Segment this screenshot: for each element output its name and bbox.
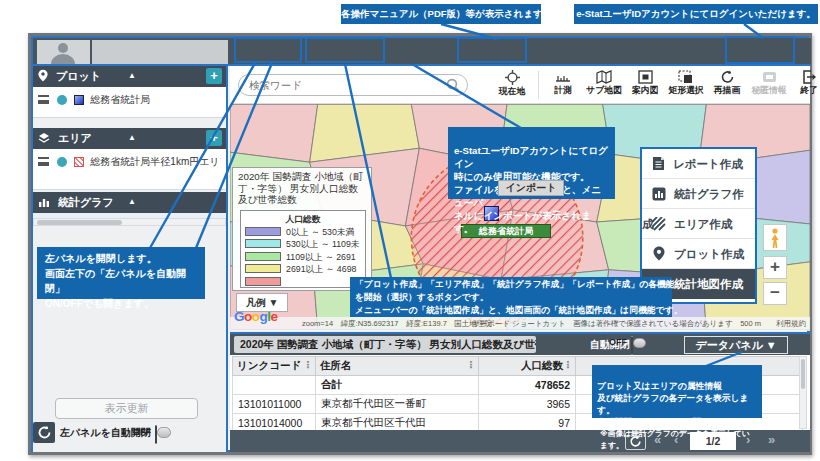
annotation-data-panel-note: ※画像は統計グラフのデータを表示しています。 — [597, 428, 757, 452]
column-menu-icon[interactable]: ⋮ — [563, 359, 573, 370]
redraw-button[interactable]: 再描画 — [708, 70, 746, 97]
annotation-estat: e-StatユーザIDアカウントにてログイン 時にのみ使用可能な機能です。 ファ… — [448, 127, 615, 199]
drag-handle-icon[interactable] — [38, 95, 49, 104]
pin-icon — [653, 246, 665, 261]
layers-icon — [38, 132, 50, 144]
left-panel-auto-toggle[interactable]: OFF — [155, 425, 157, 444]
avatar[interactable] — [37, 40, 90, 64]
add-area-button[interactable]: + — [206, 130, 222, 146]
area-list: 総務省統計局半径1km円エリア — [33, 149, 226, 190]
rect-select-button[interactable]: 矩形選択 — [666, 70, 706, 97]
area-section-header[interactable]: エリア ▲ + — [33, 128, 226, 149]
legend-row — [245, 276, 361, 289]
legend-header: 人口総数 — [245, 213, 361, 226]
secret-info-button: 秘匿情報 — [748, 70, 790, 97]
current-location-button[interactable]: 現在地 — [492, 70, 532, 98]
hatch-area-icon — [652, 217, 666, 231]
exit-button[interactable]: 終了 — [792, 70, 820, 97]
menu-item-plot[interactable]: プロット作成 — [642, 239, 755, 269]
sidebar-hscrollbar[interactable] — [33, 218, 226, 226]
legend-row: 1109以上 ～ 2691未満 — [245, 251, 361, 264]
exit-icon — [802, 70, 817, 84]
graph-section-header[interactable]: 統計グラフ ▲ — [33, 192, 226, 213]
plot-symbol-icon — [74, 95, 84, 105]
legend-swatch — [245, 264, 281, 273]
crosshair-icon — [505, 70, 520, 85]
bar-chart-icon — [652, 187, 666, 201]
col-address[interactable]: 住所名⋮ — [316, 357, 479, 376]
column-menu-icon[interactable]: ⋮ — [466, 359, 476, 370]
plot-list: 総務省統計局 — [33, 87, 226, 118]
legend-swatch — [245, 277, 281, 286]
person-icon — [37, 40, 90, 64]
search-icon[interactable] — [446, 78, 460, 92]
guide-map-icon — [638, 70, 653, 84]
submap-icon — [596, 70, 612, 84]
report-icon — [652, 156, 665, 171]
annotation-login: e-StatユーザIDアカウントにてログインいただけます。 — [574, 4, 818, 24]
guide-map-button[interactable]: 案内図 — [626, 70, 664, 97]
data-panel-header: 2020年 国勢調査 小地域（町丁・字等） 男女別人口総数及び世帯総数… 自動開… — [230, 334, 810, 355]
data-panel-auto-toggle[interactable]: OFF — [631, 336, 633, 355]
annotation-create-buttons: 「プロット作成」「エリア作成」「統計グラフ作成」「レポート作成」の各機能 を開始… — [350, 277, 672, 317]
measure-button[interactable]: 計測 — [544, 70, 582, 97]
toolbar-divider — [538, 71, 539, 99]
plot-section-header[interactable]: プロット ▲ + — [33, 66, 226, 87]
map-status-left: zoom=14 緯度:N35.692317 経度:E139.7 国土地理院 — [302, 317, 492, 330]
menu-item-area[interactable]: エリア作成 — [642, 209, 755, 239]
panel-refresh-button[interactable] — [33, 422, 55, 443]
redraw-icon — [720, 70, 735, 84]
scroll-thumb[interactable] — [801, 359, 805, 389]
plot-list-item[interactable]: 総務省統計局 — [38, 90, 221, 110]
zoom-out-button[interactable]: − — [763, 282, 787, 305]
legend-toggle-button[interactable]: 凡例 ▼ — [236, 293, 288, 312]
top-navbar — [33, 38, 811, 66]
visibility-dot-icon[interactable] — [57, 157, 67, 167]
user-name-box — [92, 40, 228, 64]
menu-item-graph[interactable]: 統計グラフ作成 — [642, 179, 755, 209]
highlight-manual — [457, 37, 527, 63]
col-linkcode[interactable]: リンクコード⋮ — [233, 357, 316, 376]
highlight-left-panel — [234, 37, 302, 63]
pin-icon — [38, 69, 48, 82]
legend-title: 2020年 国勢調査 小地域（町丁・字等） 男女別人口総数及び世帯総数 — [233, 168, 371, 207]
pegman-button[interactable] — [763, 224, 787, 251]
pegman-icon — [769, 228, 781, 249]
bar-chart-icon — [38, 196, 50, 208]
collapse-icon[interactable]: ▲ — [128, 66, 136, 86]
collapse-icon[interactable]: ▲ — [128, 128, 136, 148]
table-vscrollbar[interactable] — [799, 356, 807, 429]
area-list-item[interactable]: 総務省統計局半径1km円エリア — [38, 152, 221, 172]
visibility-dot-icon[interactable] — [57, 95, 67, 105]
scroll-thumb[interactable] — [37, 220, 122, 225]
highlight-statmap — [305, 37, 385, 63]
last-page-button[interactable]: » — [768, 430, 775, 450]
legend-row: 0以上 ～ 530未満 — [245, 226, 361, 239]
map-status-right: キーボード ショートカット 画像は著作権で保護されている場合があります 500 … — [472, 317, 806, 330]
refresh-view-button[interactable]: 表示更新 — [55, 398, 198, 419]
refresh-icon — [37, 425, 52, 440]
column-menu-icon[interactable]: ⋮ — [303, 359, 313, 370]
map-toolbar: 現在地 計測 サブ地図 案内図 — [230, 66, 810, 104]
zoom-in-button[interactable]: + — [763, 256, 787, 279]
legend-row: 530以上 ～ 1109未満 — [245, 238, 361, 251]
highlight-login — [725, 36, 795, 64]
add-plot-button[interactable]: + — [206, 68, 222, 84]
auto-open-row: 左パネルを自動開閉 OFF — [33, 422, 226, 446]
search-input[interactable] — [238, 74, 468, 96]
annotation-left-panel: 左パネルを開閉します。 画面左下の「左パネルを自動開閉」 ON/OFFでも開きま… — [37, 247, 205, 299]
toggle-knob — [157, 427, 171, 438]
data-panel-title: 2020年 国勢調査 小地域（町丁・字等） 男女別人口総数及び世帯総数… — [234, 336, 536, 353]
legend-swatch — [245, 239, 281, 248]
submap-button[interactable]: サブ地図 — [584, 70, 624, 97]
collapse-icon[interactable]: ▲ — [128, 192, 136, 212]
data-panel-button[interactable]: データパネル ▼ — [684, 336, 788, 354]
col-population[interactable]: 人口総数⋮ — [479, 357, 576, 376]
toggle-knob — [633, 338, 646, 348]
annotation-manual: 各操作マニュアル（PDF版）等が表示されます。 — [341, 4, 541, 24]
drag-handle-icon[interactable] — [38, 157, 49, 166]
ruler-icon — [555, 70, 571, 84]
map-legend: 2020年 国勢調査 小地域（町丁・字等） 男女別人口総数及び世帯総数 人口総数… — [232, 167, 372, 291]
import-button[interactable]: インポート — [498, 180, 564, 196]
menu-item-report[interactable]: レポート作成 — [642, 149, 755, 179]
